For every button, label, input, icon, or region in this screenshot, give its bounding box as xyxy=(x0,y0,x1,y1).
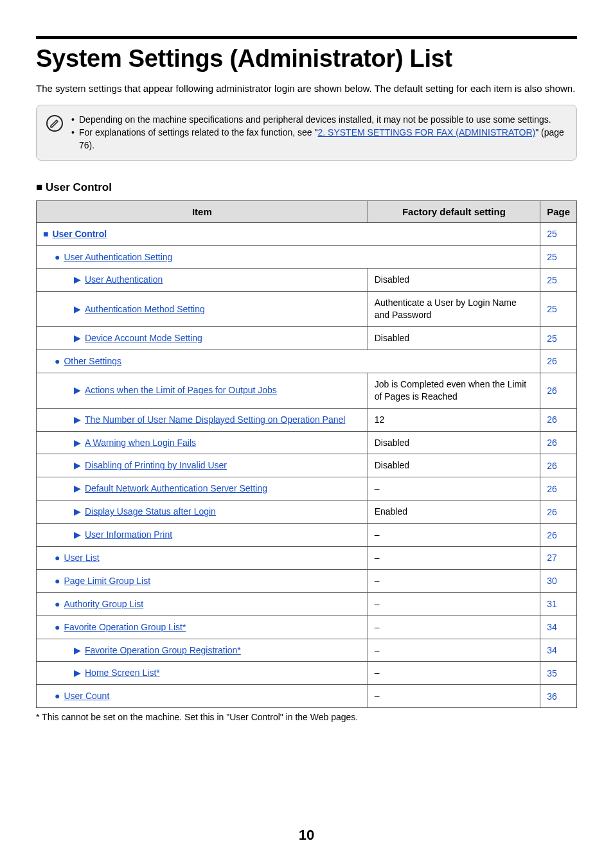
item-link[interactable]: The Number of User Name Displayed Settin… xyxy=(85,414,345,425)
item-cell: ●Page Limit Group List xyxy=(37,569,368,592)
item-link[interactable]: Display Usage Status after Login xyxy=(85,506,216,517)
item-link[interactable]: Favorite Operation Group List* xyxy=(64,622,186,632)
footnote: * This cannot be set on the machine. Set… xyxy=(36,712,577,722)
page-link-cell[interactable]: 26 xyxy=(540,431,577,454)
note-bullet-2: • For explanations of settings related t… xyxy=(71,126,567,152)
item-cell: ▶Display Usage Status after Login xyxy=(37,500,368,524)
item-link[interactable]: Actions when the Limit of Pages for Outp… xyxy=(85,385,277,395)
row-marker-icon: ● xyxy=(55,598,60,610)
page-link-cell[interactable]: 34 xyxy=(540,616,577,639)
item-link[interactable]: Authentication Method Setting xyxy=(85,304,205,314)
row-marker-icon: ▶ xyxy=(74,414,81,426)
factory-default-cell: Job is Completed even when the Limit of … xyxy=(368,373,540,408)
item-link[interactable]: User Authentication Setting xyxy=(64,252,172,262)
item-link[interactable]: Home Screen List* xyxy=(85,668,160,678)
factory-default-cell: – xyxy=(368,524,540,547)
item-cell: ▶Home Screen List* xyxy=(37,662,368,685)
table-row: ▶Display Usage Status after LoginEnabled… xyxy=(37,500,577,524)
table-row: ●User Count–36 xyxy=(37,685,577,708)
page-link-cell[interactable]: 26 xyxy=(540,408,577,431)
page-link-cell[interactable]: 25 xyxy=(540,327,577,350)
item-link[interactable]: Page Limit Group List xyxy=(64,576,150,586)
item-link[interactable]: Disabling of Printing by Invalid User xyxy=(85,460,227,470)
factory-default-cell: – xyxy=(368,616,540,639)
table-row: ▶User AuthenticationDisabled25 xyxy=(37,269,577,292)
item-link[interactable]: A Warning when Login Fails xyxy=(85,438,196,448)
item-cell: ▶User Information Print xyxy=(37,524,368,547)
item-cell: ●Favorite Operation Group List* xyxy=(37,616,368,639)
page-link-cell[interactable]: 30 xyxy=(540,569,577,592)
row-marker-icon: ▶ xyxy=(74,667,81,679)
table-row: ●Authority Group List–31 xyxy=(37,592,577,616)
item-cell: ▶A Warning when Login Fails xyxy=(37,431,368,454)
page-link-cell[interactable]: 35 xyxy=(540,662,577,685)
page-link-cell[interactable]: 26 xyxy=(540,454,577,477)
table-row: ▶Default Network Authentication Server S… xyxy=(37,477,577,500)
page-link-cell[interactable]: 34 xyxy=(540,639,577,662)
note-pencil-icon xyxy=(46,114,64,135)
row-marker-icon: ▶ xyxy=(74,437,81,449)
top-rule xyxy=(36,36,577,39)
table-row: ▶Actions when the Limit of Pages for Out… xyxy=(37,373,577,408)
page-title: System Settings (Administrator) List xyxy=(36,45,577,73)
table-row: ●Favorite Operation Group List*–34 xyxy=(37,616,577,639)
table-row: ●Page Limit Group List–30 xyxy=(37,569,577,592)
factory-default-cell: – xyxy=(368,662,540,685)
item-cell: ▶Authentication Method Setting xyxy=(37,292,368,327)
row-marker-icon: ▶ xyxy=(74,332,81,344)
page-link-cell[interactable]: 26 xyxy=(540,477,577,500)
page-link-cell[interactable]: 25 xyxy=(540,245,577,269)
item-link[interactable]: Favorite Operation Group Registration* xyxy=(85,645,241,655)
factory-default-cell: – xyxy=(368,685,540,708)
item-cell: ●Authority Group List xyxy=(37,592,368,616)
table-row: ▶Home Screen List*–35 xyxy=(37,662,577,685)
page-link-cell[interactable]: 27 xyxy=(540,547,577,570)
row-marker-icon: ▶ xyxy=(74,459,81,472)
page-link-cell[interactable]: 25 xyxy=(540,269,577,292)
row-marker-icon: ▶ xyxy=(74,529,81,541)
table-row: ●User List–27 xyxy=(37,547,577,570)
item-link[interactable]: User Count xyxy=(64,691,109,701)
table-row: ▶Favorite Operation Group Registration*–… xyxy=(37,639,577,662)
page-link-cell[interactable]: 26 xyxy=(540,350,577,373)
item-cell: ●User List xyxy=(37,547,368,570)
factory-default-cell: Enabled xyxy=(368,500,540,524)
page-link-cell[interactable]: 25 xyxy=(540,292,577,327)
intro-paragraph: The system settings that appear followin… xyxy=(36,82,577,96)
page-link-cell[interactable]: 26 xyxy=(540,500,577,524)
note-2-pre: For explanations of settings related to … xyxy=(79,127,318,137)
factory-default-cell: 12 xyxy=(368,408,540,431)
page-link-cell[interactable]: 25 xyxy=(540,222,577,245)
note-bullet-1: • Depending on the machine specification… xyxy=(71,113,567,126)
item-cell: ▶Device Account Mode Setting xyxy=(37,327,368,350)
page-link-cell[interactable]: 36 xyxy=(540,685,577,708)
item-cell: ●User Authentication Setting xyxy=(37,245,540,269)
table-row: ▶Device Account Mode SettingDisabled25 xyxy=(37,327,577,350)
item-link[interactable]: Other Settings xyxy=(64,356,121,366)
item-cell: ▶Disabling of Printing by Invalid User xyxy=(37,454,368,477)
item-link[interactable]: User Information Print xyxy=(85,529,172,540)
item-link[interactable]: Device Account Mode Setting xyxy=(85,333,202,343)
item-cell: ▶The Number of User Name Displayed Setti… xyxy=(37,408,368,431)
factory-default-cell: Disabled xyxy=(368,269,540,292)
row-marker-icon: ▶ xyxy=(74,384,81,396)
page-link-cell[interactable]: 26 xyxy=(540,524,577,547)
table-row: ●User Authentication Setting25 xyxy=(37,245,577,269)
item-link[interactable]: Authority Group List xyxy=(64,599,143,609)
table-row: ●Other Settings26 xyxy=(37,350,577,373)
row-marker-icon: ● xyxy=(55,552,60,564)
item-link[interactable]: User Authentication xyxy=(85,274,163,285)
row-marker-icon: ● xyxy=(55,621,60,633)
row-marker-icon: ▶ xyxy=(74,483,81,495)
item-cell: ▶Actions when the Limit of Pages for Out… xyxy=(37,373,368,408)
page-link-cell[interactable]: 31 xyxy=(540,592,577,616)
page-link-cell[interactable]: 26 xyxy=(540,373,577,408)
row-marker-icon: ▶ xyxy=(74,644,81,657)
item-link[interactable]: Default Network Authentication Server Se… xyxy=(85,483,267,493)
table-row: ■User Control25 xyxy=(37,222,577,245)
factory-default-cell: Disabled xyxy=(368,454,540,477)
note-text: • Depending on the machine specification… xyxy=(71,113,567,152)
item-link[interactable]: User List xyxy=(64,553,99,563)
item-link[interactable]: User Control xyxy=(52,229,107,239)
note-2-link[interactable]: 2. SYSTEM SETTINGS FOR FAX (ADMINISTRATO… xyxy=(318,127,536,137)
